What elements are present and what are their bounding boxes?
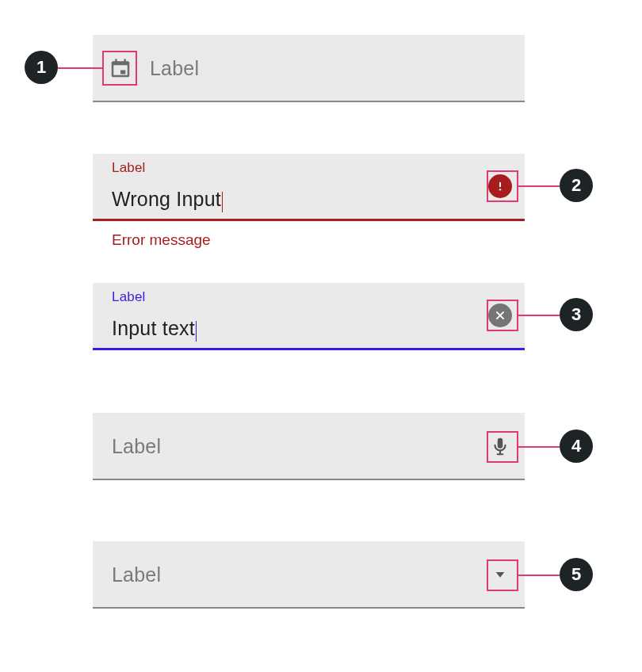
svg-rect-2 — [120, 70, 125, 74]
svg-rect-5 — [499, 182, 501, 188]
placeholder-label: Label — [150, 56, 199, 79]
svg-rect-3 — [115, 59, 117, 63]
calendar-icon — [107, 55, 134, 82]
text-caret — [222, 192, 224, 212]
annotation-connector — [518, 315, 560, 316]
annotation-connector — [518, 446, 560, 448]
text-field-error-state[interactable]: Label Wrong Input — [93, 154, 525, 221]
floating-label: Label — [112, 289, 146, 305]
dropdown-icon[interactable] — [487, 561, 514, 588]
annotation-number: 2 — [571, 175, 581, 196]
text-field-with-leading-icon[interactable]: Label — [93, 35, 525, 102]
clear-icon[interactable] — [487, 302, 514, 329]
annotation-number: 1 — [36, 57, 46, 78]
annotation-number: 5 — [571, 564, 581, 585]
input-value-text: Wrong Input — [112, 188, 221, 211]
svg-point-6 — [499, 189, 501, 190]
error-icon — [487, 173, 514, 200]
text-field-focused-state[interactable]: Label Input text — [93, 283, 525, 350]
annotation-number: 4 — [571, 436, 581, 456]
input-value: Wrong Input — [112, 188, 223, 211]
placeholder-label: Label — [112, 434, 161, 457]
svg-rect-7 — [498, 437, 503, 448]
text-caret — [196, 321, 197, 342]
annotation-badge-2: 2 — [560, 169, 593, 202]
annotation-connector — [518, 575, 560, 576]
annotation-connector — [58, 67, 102, 69]
text-field-dropdown[interactable]: Label — [93, 541, 525, 609]
annotation-badge-5: 5 — [560, 558, 593, 591]
input-value-text: Input text — [112, 317, 195, 340]
annotation-number: 3 — [571, 304, 581, 325]
placeholder-label: Label — [112, 563, 161, 586]
error-helper-text: Error message — [112, 231, 211, 249]
input-value: Input text — [112, 317, 197, 340]
svg-rect-9 — [497, 453, 504, 455]
annotation-connector — [518, 185, 560, 187]
annotation-badge-4: 4 — [560, 430, 593, 463]
annotation-badge-3: 3 — [560, 298, 593, 331]
text-field-with-mic[interactable]: Label — [93, 413, 525, 480]
diagram-stage: Label 1 Label Wrong Input Error message … — [0, 0, 642, 672]
microphone-icon[interactable] — [487, 433, 514, 460]
annotation-badge-1: 1 — [25, 51, 58, 84]
floating-label: Label — [112, 160, 146, 176]
svg-rect-8 — [499, 450, 501, 453]
svg-rect-4 — [124, 59, 126, 63]
